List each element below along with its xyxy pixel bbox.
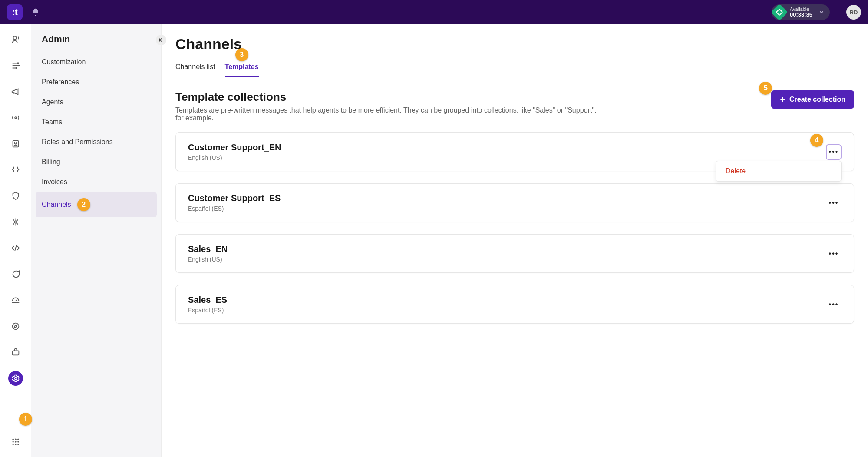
rail-icon-security[interactable]: [8, 189, 23, 203]
collection-card[interactable]: Sales_EN English (US) •••: [175, 234, 854, 273]
sidebar-item-label: Teams: [42, 118, 62, 126]
sidebar-item-label: Channels: [42, 201, 71, 209]
collection-lang: English (US): [188, 154, 281, 161]
sidebar-item-customization[interactable]: Customization: [36, 52, 157, 72]
collection-lang: Español (ES): [188, 307, 227, 314]
collection-card[interactable]: Customer Support_EN English (US) 4 ••• D…: [175, 132, 854, 171]
collection-name: Customer Support_ES: [188, 193, 281, 203]
presence-status[interactable]: Available 00:33:35: [772, 4, 830, 20]
sidebar-item-teams[interactable]: Teams: [36, 112, 157, 132]
tab-templates[interactable]: Templates 3: [225, 63, 259, 77]
sidebar-item-roles[interactable]: Roles and Permissions: [36, 132, 157, 152]
svg-point-14: [12, 441, 13, 442]
rail-icon-compass[interactable]: [8, 319, 23, 334]
svg-point-17: [12, 444, 13, 445]
sidebar-item-agents[interactable]: Agents: [36, 92, 157, 112]
avatar[interactable]: RD: [846, 5, 861, 20]
svg-point-10: [14, 378, 17, 380]
sidebar-item-label: Agents: [42, 98, 63, 106]
svg-point-19: [17, 444, 19, 445]
svg-point-11: [12, 439, 13, 440]
rail-icon-flows[interactable]: [8, 162, 23, 177]
topbar: :t Available 00:33:35 RD: [0, 0, 868, 24]
rail-icon-campaigns[interactable]: [8, 84, 23, 99]
rail-icon-code[interactable]: [8, 241, 23, 255]
annotation-badge: 5: [759, 82, 772, 95]
svg-point-4: [15, 117, 17, 119]
tab-label: Channels list: [175, 63, 215, 70]
notifications-icon[interactable]: [31, 8, 40, 17]
collection-lang: Español (ES): [188, 205, 281, 212]
tab-label: Templates: [225, 63, 259, 70]
svg-point-2: [18, 65, 19, 66]
sidebar-item-label: Billing: [42, 158, 60, 166]
collection-name: Customer Support_EN: [188, 142, 281, 152]
app-logo[interactable]: :t: [7, 4, 23, 20]
rail-icon-integrations[interactable]: [8, 215, 23, 229]
presence-time: 00:33:35: [790, 12, 812, 18]
page-title: Channels: [175, 36, 854, 53]
annotation-badge: 2: [77, 198, 90, 211]
sidebar-item-billing[interactable]: Billing: [36, 152, 157, 172]
svg-point-15: [15, 441, 16, 442]
svg-point-16: [17, 441, 19, 442]
sidebar-title: Admin: [36, 34, 157, 52]
svg-point-3: [16, 67, 17, 69]
collection-lang: English (US): [188, 256, 228, 263]
svg-point-0: [13, 36, 16, 40]
button-label: Create collection: [789, 96, 845, 103]
avatar-initials: RD: [850, 9, 858, 16]
annotation-badge: 1: [19, 413, 32, 426]
sidebar-item-invoices[interactable]: Invoices: [36, 172, 157, 192]
collection-menu-dropdown: Delete: [716, 161, 842, 182]
collection-menu-button[interactable]: •••: [826, 297, 842, 312]
sidebar-item-channels[interactable]: Channels 2: [36, 192, 157, 217]
collection-name: Sales_ES: [188, 295, 227, 305]
collapse-sidebar-button[interactable]: [156, 35, 166, 45]
chevron-down-icon: [818, 9, 825, 15]
rail-icon-broadcast[interactable]: [8, 110, 23, 125]
rail-icon-chat[interactable]: [8, 267, 23, 281]
svg-point-13: [17, 439, 19, 440]
sidebar: Admin Customization Preferences Agents T…: [31, 24, 162, 457]
collection-card[interactable]: Customer Support_ES Español (ES) •••: [175, 183, 854, 222]
svg-point-1: [17, 63, 19, 64]
collection-menu-button[interactable]: •••: [826, 195, 842, 211]
section-title: Template collections: [175, 90, 601, 104]
sidebar-item-label: Roles and Permissions: [42, 138, 113, 146]
nav-rail: 1: [0, 24, 31, 457]
svg-rect-9: [12, 351, 19, 355]
rail-icon-settings[interactable]: [8, 371, 23, 386]
sidebar-item-label: Invoices: [42, 178, 67, 186]
sidebar-item-label: Customization: [42, 58, 86, 66]
collection-menu-button[interactable]: •••: [826, 144, 842, 160]
main-content: Channels Channels list Templates 3 Templ…: [162, 24, 868, 457]
section-description: Templates are pre-written messages that …: [175, 106, 601, 122]
collection-menu-button[interactable]: •••: [826, 246, 842, 262]
svg-point-18: [15, 444, 16, 445]
svg-point-7: [14, 221, 17, 223]
svg-point-6: [14, 142, 17, 144]
tab-channels-list[interactable]: Channels list: [175, 63, 215, 77]
annotation-badge: 3: [235, 48, 248, 61]
dropdown-item-delete[interactable]: Delete: [716, 161, 841, 181]
svg-point-12: [15, 439, 16, 440]
sidebar-item-label: Preferences: [42, 78, 79, 86]
dropdown-label: Delete: [726, 167, 746, 175]
presence-label: Available: [790, 7, 812, 12]
rail-icon-timeline[interactable]: [8, 58, 23, 73]
rail-icon-apps[interactable]: [8, 434, 23, 449]
collection-name: Sales_EN: [188, 244, 228, 254]
create-collection-button[interactable]: + Create collection: [771, 90, 854, 109]
annotation-badge: 4: [810, 134, 823, 147]
rail-icon-contacts[interactable]: [8, 136, 23, 151]
tabs: Channels list Templates 3: [162, 63, 868, 77]
presence-icon: [771, 3, 788, 21]
sidebar-item-preferences[interactable]: Preferences: [36, 72, 157, 92]
rail-icon-dashboard[interactable]: [8, 293, 23, 308]
logo-glyph: :t: [12, 7, 17, 17]
collection-card[interactable]: Sales_ES Español (ES) •••: [175, 285, 854, 324]
rail-icon-briefcase[interactable]: [8, 345, 23, 360]
rail-icon-live[interactable]: [8, 32, 23, 47]
